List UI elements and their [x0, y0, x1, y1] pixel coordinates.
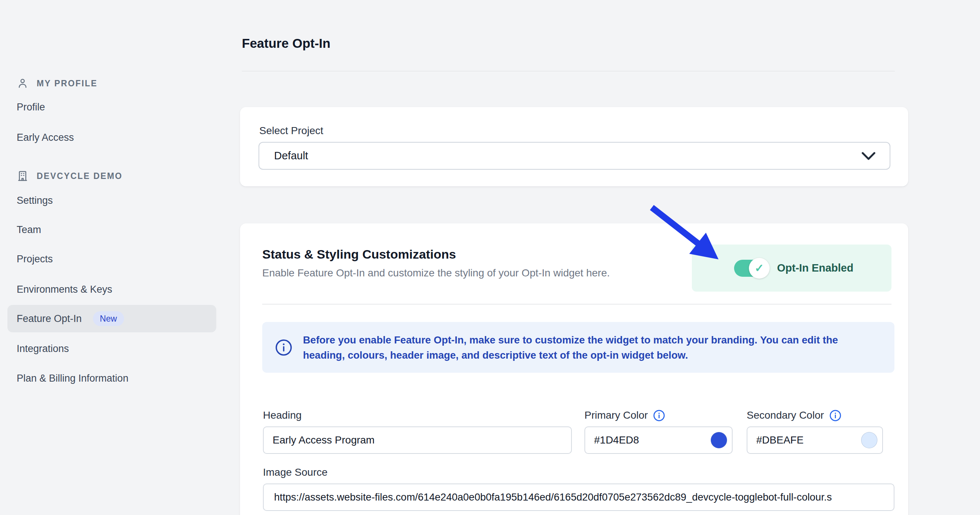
sidebar-item-environments-keys[interactable]: Environments & Keys	[7, 276, 216, 303]
feature-opt-in-settings-page: MY PROFILE Profile Early Access DEVCYCLE…	[0, 0, 980, 515]
info-banner: Before you enable Feature Opt-In, make s…	[262, 322, 894, 373]
heading-field-group: Heading	[263, 409, 572, 454]
page-title: Feature Opt-In	[242, 36, 330, 51]
sidebar-section-label: MY PROFILE	[37, 78, 97, 89]
sidebar-item-plan-billing[interactable]: Plan & Billing Information	[7, 365, 216, 392]
sidebar-item-label: Settings	[17, 195, 53, 206]
chevron-down-icon	[861, 151, 875, 160]
title-divider	[242, 71, 895, 72]
building-icon	[17, 170, 29, 182]
image-source-label: Image Source	[263, 466, 328, 478]
person-icon	[17, 77, 29, 89]
opt-in-toggle[interactable]: ✓	[734, 260, 767, 277]
primary-color-field-group: Primary Color	[584, 409, 733, 454]
sidebar-section-devcycle-demo: DEVCYCLE DEMO	[7, 162, 216, 190]
sidebar-item-label: Profile	[17, 102, 45, 113]
status-styling-card: Status & Styling Customizations Enable F…	[240, 223, 908, 515]
project-select-value: Default	[274, 150, 861, 162]
sidebar-item-projects[interactable]: Projects	[7, 245, 216, 273]
status-section-subtitle: Enable Feature Opt-In and customize the …	[262, 267, 610, 279]
info-icon	[275, 339, 293, 356]
new-badge: New	[93, 311, 124, 326]
toggle-check-icon: ✓	[749, 258, 770, 279]
sidebar: MY PROFILE Profile Early Access DEVCYCLE…	[0, 0, 230, 515]
sidebar-item-profile[interactable]: Profile	[7, 93, 216, 121]
info-banner-line2: heading, colours, header image, and desc…	[303, 348, 838, 363]
sidebar-item-label: Feature Opt-In	[17, 313, 82, 325]
primary-color-label: Primary Color	[584, 410, 648, 421]
heading-label: Heading	[263, 410, 301, 421]
sidebar-item-label: Environments & Keys	[17, 284, 112, 295]
secondary-color-field-group: Secondary Color	[747, 409, 883, 454]
info-banner-line1: Before you enable Feature Opt-In, make s…	[303, 332, 838, 348]
sidebar-item-team[interactable]: Team	[7, 216, 216, 244]
sidebar-item-label: Projects	[17, 254, 53, 265]
sidebar-item-integrations[interactable]: Integrations	[7, 335, 216, 362]
sidebar-item-label: Plan & Billing Information	[17, 373, 129, 384]
sidebar-item-label: Early Access	[17, 132, 74, 143]
sidebar-item-feature-opt-in[interactable]: Feature Opt-In New	[7, 305, 216, 332]
sidebar-item-early-access[interactable]: Early Access	[7, 124, 216, 151]
status-section-title: Status & Styling Customizations	[262, 247, 456, 261]
select-project-card: Select Project Default	[240, 107, 908, 187]
primary-color-input[interactable]	[584, 426, 733, 454]
sidebar-section-my-profile: MY PROFILE	[7, 70, 216, 97]
sidebar-item-settings[interactable]: Settings	[7, 187, 216, 214]
project-select[interactable]: Default	[259, 142, 890, 170]
select-project-label: Select Project	[259, 125, 323, 137]
image-source-field-group: Image Source	[263, 466, 894, 511]
secondary-color-swatch[interactable]	[861, 432, 877, 448]
image-source-input[interactable]	[263, 483, 894, 511]
sidebar-item-label: Team	[17, 224, 41, 236]
heading-input[interactable]	[263, 426, 572, 454]
opt-in-toggle-label: Opt-In Enabled	[777, 262, 853, 274]
info-icon[interactable]	[829, 410, 842, 422]
info-banner-text: Before you enable Feature Opt-In, make s…	[303, 332, 838, 363]
primary-color-swatch[interactable]	[711, 432, 727, 448]
opt-in-toggle-panel: ✓ Opt-In Enabled	[692, 244, 891, 292]
info-icon[interactable]	[653, 410, 665, 422]
secondary-color-label: Secondary Color	[747, 410, 824, 421]
sidebar-section-label: DEVCYCLE DEMO	[37, 171, 123, 181]
section-divider	[262, 304, 891, 305]
sidebar-item-label: Integrations	[17, 343, 69, 355]
